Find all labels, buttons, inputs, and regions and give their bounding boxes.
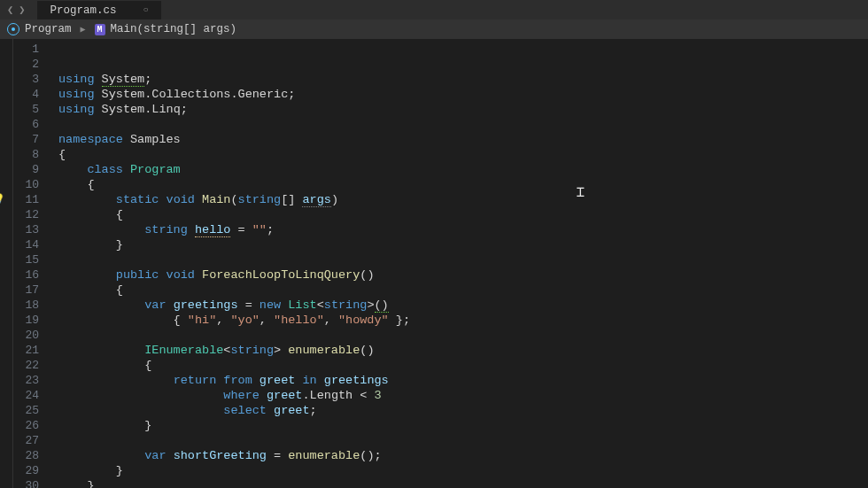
line-number: 30 <box>0 478 39 488</box>
line-number: 27 <box>0 433 39 448</box>
code-line[interactable]: select greet; <box>58 403 868 418</box>
line-number: 24 <box>0 388 39 403</box>
code-line[interactable]: IEnumerable<string> enumerable() <box>58 343 868 358</box>
line-number: 12 <box>0 207 39 222</box>
line-number: 14 <box>0 237 39 252</box>
tab-modified-icon: ○ <box>143 5 148 15</box>
gutter: 1234567891011💡12131415161718192021222324… <box>0 39 58 488</box>
tab-filename: Program.cs <box>50 4 116 17</box>
breadcrumb-method[interactable]: Main(string[] args) <box>111 23 237 35</box>
line-number: 21 <box>0 343 39 358</box>
line-number: 3 <box>0 72 39 87</box>
code-line[interactable] <box>58 117 868 132</box>
file-tab[interactable]: Program.cs ○ <box>37 1 160 19</box>
code-line[interactable]: { "hi", "yo", "hello", "howdy" }; <box>58 313 868 328</box>
line-number: 16 <box>0 267 39 283</box>
code-line[interactable]: { <box>58 207 868 222</box>
code-line[interactable]: using System; <box>58 72 868 87</box>
code-line[interactable]: var shortGreeting = enumerable(); <box>58 448 868 463</box>
back-arrow-icon[interactable]: ❮ <box>7 4 13 17</box>
line-number: 5 <box>0 102 39 117</box>
line-number: 7 <box>0 132 39 147</box>
line-number: 25 <box>0 403 39 418</box>
code-line[interactable]: { <box>58 283 868 298</box>
code-area[interactable]: using System;using System.Collections.Ge… <box>58 39 868 488</box>
forward-arrow-icon[interactable]: ❯ <box>19 4 25 17</box>
code-line[interactable]: } <box>58 478 868 488</box>
breadcrumb-separator-icon: ▶ <box>81 24 86 35</box>
code-line[interactable]: class Program <box>58 162 868 177</box>
line-number: 23 <box>0 373 39 388</box>
line-number: 17 <box>0 283 39 298</box>
line-number: 18 <box>0 298 39 313</box>
breadcrumb-bar: Program ▶ M Main(string[] args) <box>0 19 868 39</box>
code-line[interactable]: using System.Collections.Generic; <box>58 87 868 102</box>
code-line[interactable] <box>58 433 868 448</box>
code-line[interactable]: static void Main(string[] args) <box>58 192 868 207</box>
tab-bar: ❮ ❯ Program.cs ○ <box>0 0 868 19</box>
line-number: 20 <box>0 328 39 343</box>
code-line[interactable]: } <box>58 237 868 252</box>
line-number: 26 <box>0 418 39 433</box>
code-line[interactable] <box>58 252 868 267</box>
nav-arrows: ❮ ❯ <box>7 4 25 17</box>
line-number: 22 <box>0 358 39 373</box>
code-line[interactable]: where greet.Length < 3 <box>58 388 868 403</box>
line-number: 29 <box>0 463 39 478</box>
code-line[interactable]: } <box>58 463 868 478</box>
lightbulb-icon[interactable]: 💡 <box>0 192 5 207</box>
line-number: 15 <box>0 252 39 267</box>
line-number: 4 <box>0 87 39 102</box>
code-line[interactable]: string hello = ""; <box>58 222 868 237</box>
code-line[interactable]: namespace Samples <box>58 132 868 147</box>
code-line[interactable]: { <box>58 177 868 192</box>
class-icon <box>7 23 19 35</box>
line-number: 10 <box>0 177 39 192</box>
breadcrumb-class[interactable]: Program <box>25 23 72 35</box>
line-number: 6 <box>0 117 39 132</box>
code-line[interactable]: return from greet in greetings <box>58 373 868 388</box>
method-icon: M <box>95 24 105 35</box>
code-line[interactable]: public void ForeachLoopToLinqQuery() <box>58 267 868 283</box>
code-line[interactable]: } <box>58 418 868 433</box>
line-number: 28 <box>0 448 39 463</box>
line-number: 2 <box>0 57 39 72</box>
code-line[interactable]: using System.Linq; <box>58 102 868 117</box>
line-number: 11💡 <box>0 192 39 207</box>
line-number: 8 <box>0 147 39 162</box>
editor: 1234567891011💡12131415161718192021222324… <box>0 39 868 488</box>
code-line[interactable]: var greetings = new List<string>() <box>58 298 868 313</box>
line-number: 19 <box>0 313 39 328</box>
code-line[interactable]: { <box>58 358 868 373</box>
line-number: 1 <box>0 42 39 57</box>
code-line[interactable]: { <box>58 147 868 162</box>
code-line[interactable] <box>58 328 868 343</box>
line-number: 9 <box>0 162 39 177</box>
line-number: 13 <box>0 222 39 237</box>
